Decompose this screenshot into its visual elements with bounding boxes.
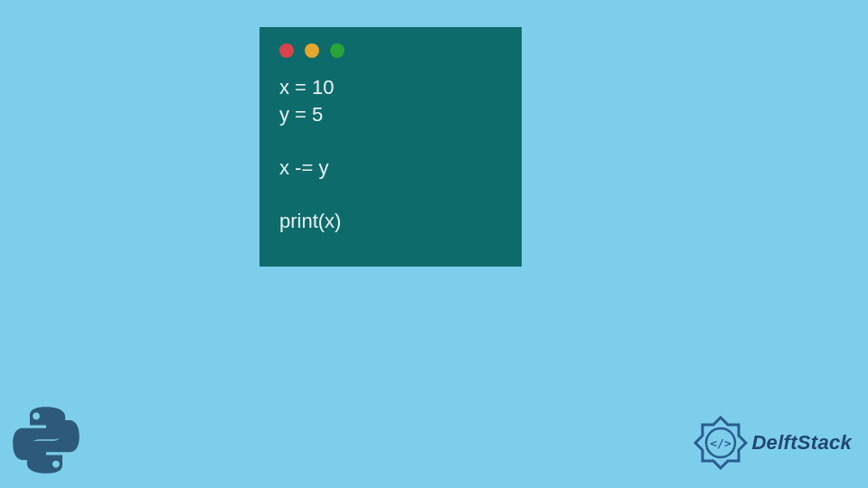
code-line: x -= y	[279, 156, 328, 179]
delftstack-name: DelftStack	[751, 431, 852, 455]
code-line: x = 10	[279, 76, 335, 99]
close-icon	[279, 43, 294, 58]
maximize-icon	[330, 43, 344, 58]
code-content: x = 10 y = 5 x -= y print(x)	[279, 74, 502, 235]
svg-text:</>: </>	[711, 436, 732, 450]
code-line: y = 5	[279, 103, 323, 126]
delftstack-logo: </> DelftStack	[693, 416, 852, 470]
window-controls	[279, 43, 502, 58]
python-logo-icon	[7, 401, 85, 479]
minimize-icon	[305, 43, 319, 58]
code-window: x = 10 y = 5 x -= y print(x)	[259, 27, 522, 267]
code-line: print(x)	[279, 210, 341, 232]
delftstack-emblem-icon: </>	[693, 416, 748, 470]
